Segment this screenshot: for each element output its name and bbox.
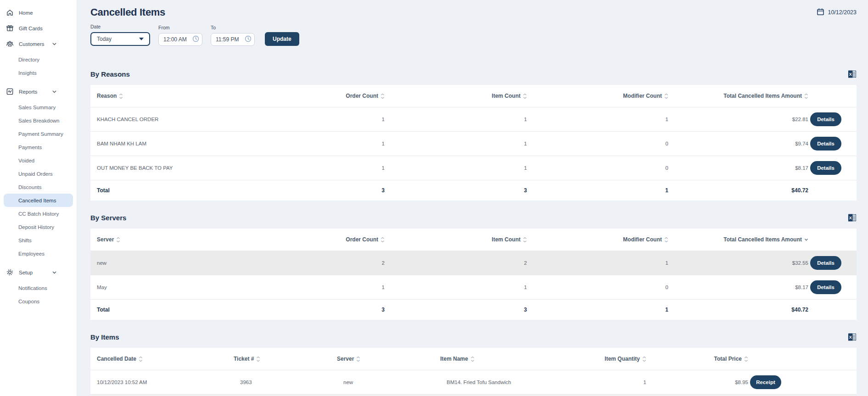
- home-icon: [6, 9, 14, 17]
- sort-icon: [523, 93, 527, 99]
- order-count-cell: 1: [256, 284, 386, 290]
- svg-text:X: X: [849, 216, 852, 220]
- modifier-count-cell: 0: [529, 284, 670, 290]
- column-header-label: Item Quantity: [605, 356, 640, 362]
- column-header-item-name[interactable]: Item Name: [440, 356, 546, 362]
- from-label: From: [158, 25, 202, 30]
- column-header-label: Item Count: [492, 236, 521, 243]
- sidebar-item-label: CC Batch History: [18, 211, 59, 217]
- excel-export-icon[interactable]: X: [848, 70, 857, 78]
- sidebar-item-label: Reports: [19, 89, 37, 95]
- report-date-picker[interactable]: 10/12/2023: [817, 8, 857, 17]
- sort-icon: [804, 93, 808, 99]
- sidebar-item-label: Voided: [18, 158, 34, 163]
- sidebar-item-directory[interactable]: Directory: [4, 53, 73, 66]
- by-reasons-title: By Reasons: [90, 70, 130, 78]
- receipt-button[interactable]: Receipt: [750, 375, 781, 389]
- column-header-order-count[interactable]: Order Count: [256, 93, 386, 99]
- item-count-cell: 2: [386, 260, 529, 266]
- sidebar-item-label: Deposit History: [18, 224, 54, 230]
- details-button[interactable]: Details: [810, 161, 841, 175]
- sidebar-item-home[interactable]: Home: [4, 6, 73, 19]
- sidebar-item-sales-breakdown[interactable]: Sales Breakdown: [4, 114, 73, 127]
- sidebar-item-sales-summary[interactable]: Sales Summary: [4, 100, 73, 114]
- column-header-total-amount-sorted[interactable]: Total Cancelled Items Amount: [670, 236, 810, 243]
- details-button[interactable]: Details: [810, 256, 841, 270]
- sidebar-item-customers[interactable]: Customers: [4, 37, 73, 50]
- sort-icon: [664, 237, 668, 243]
- report-date-value: 10/12/2023: [828, 9, 857, 16]
- sidebar-item-discounts[interactable]: Discounts: [4, 180, 73, 194]
- from-time-input[interactable]: [163, 36, 190, 43]
- details-button[interactable]: Details: [810, 280, 841, 294]
- details-button[interactable]: Details: [810, 112, 841, 126]
- column-header-item-count[interactable]: Item Count: [386, 236, 529, 243]
- column-header-modifier-count[interactable]: Modifier Count: [529, 93, 670, 99]
- sidebar-item-label: Sales Summary: [18, 105, 56, 110]
- sort-icon: [381, 237, 385, 243]
- sidebar: Home Gift Cards Customers Directory Insi…: [0, 0, 77, 396]
- excel-export-icon[interactable]: X: [848, 213, 857, 222]
- modifier-count-cell: 1: [529, 117, 670, 122]
- modifier-count-cell: 0: [529, 165, 670, 171]
- sidebar-item-payment-summary[interactable]: Payment Summary: [4, 127, 73, 140]
- total-modifier-count: 1: [529, 307, 670, 313]
- column-header-server[interactable]: Server: [90, 236, 256, 243]
- sidebar-item-notifications[interactable]: Notifications: [4, 281, 73, 295]
- column-header-cancelled-date[interactable]: Cancelled Date: [90, 356, 234, 362]
- total-order-count: 3: [256, 187, 386, 194]
- to-time-field[interactable]: [211, 33, 255, 46]
- column-header-modifier-count[interactable]: Modifier Count: [529, 236, 670, 243]
- sidebar-item-payments[interactable]: Payments: [4, 140, 73, 154]
- sidebar-item-unpaid-orders[interactable]: Unpaid Orders: [4, 167, 73, 180]
- sort-icon: [356, 356, 360, 362]
- date-range-select[interactable]: Today: [90, 32, 150, 46]
- column-header-item-quantity[interactable]: Item Quantity: [546, 356, 648, 362]
- sort-icon: [642, 356, 646, 362]
- column-header-reason[interactable]: Reason: [90, 93, 256, 99]
- column-header-item-count[interactable]: Item Count: [386, 93, 529, 99]
- sidebar-item-gift-cards[interactable]: Gift Cards: [4, 22, 73, 35]
- sidebar-item-coupons[interactable]: Coupons: [4, 295, 73, 308]
- column-header-order-count[interactable]: Order Count: [256, 236, 386, 243]
- chevron-down-icon: [52, 90, 56, 93]
- sidebar-item-shifts[interactable]: Shifts: [4, 234, 73, 247]
- by-items-title: By Items: [90, 333, 119, 341]
- column-header-label: Server: [97, 236, 114, 243]
- reason-cell: KHACH CANCEL ORDER: [90, 117, 256, 122]
- column-header-label: Total Price: [714, 356, 742, 362]
- sidebar-item-cancelled-items[interactable]: Cancelled Items: [4, 194, 73, 207]
- column-header-total-amount[interactable]: Total Cancelled Items Amount: [670, 93, 810, 99]
- sidebar-item-label: Setup: [19, 270, 33, 275]
- table-row: KHACH CANCEL ORDER 1 1 1 $22.81 Details: [90, 107, 857, 131]
- from-time-field[interactable]: [158, 33, 202, 46]
- chevron-down-icon: [52, 43, 56, 45]
- order-count-cell: 1: [256, 117, 386, 122]
- update-button[interactable]: Update: [265, 32, 299, 46]
- amount-cell: $8.17: [670, 284, 810, 290]
- sidebar-item-voided[interactable]: Voided: [4, 154, 73, 167]
- gift-icon: [6, 24, 14, 32]
- to-time-input[interactable]: [216, 36, 242, 43]
- column-header-label: Order Count: [346, 236, 378, 243]
- total-amount: $40.72: [670, 187, 810, 194]
- details-button[interactable]: Details: [810, 137, 841, 151]
- column-header-ticket[interactable]: Ticket #: [234, 356, 337, 362]
- sidebar-item-label: Payment Summary: [18, 131, 63, 137]
- column-header-server[interactable]: Server: [337, 356, 440, 362]
- sidebar-item-label: Shifts: [18, 238, 32, 243]
- sidebar-item-label: Coupons: [18, 299, 39, 304]
- column-header-total-price[interactable]: Total Price: [648, 356, 750, 362]
- server-cell: May: [90, 284, 256, 290]
- sidebar-item-setup[interactable]: Setup: [4, 266, 73, 279]
- clock-icon: [245, 35, 252, 44]
- excel-export-icon[interactable]: X: [848, 333, 857, 341]
- sidebar-item-cc-batch-history[interactable]: CC Batch History: [4, 207, 73, 220]
- total-label: Total: [90, 307, 256, 313]
- cancelled-date-cell: 10/12/2023 10:52 AM: [90, 379, 234, 385]
- sidebar-item-insights[interactable]: Insights: [4, 66, 73, 79]
- sidebar-item-deposit-history[interactable]: Deposit History: [4, 220, 73, 234]
- total-item-count: 3: [386, 307, 529, 313]
- sidebar-item-employees[interactable]: Employees: [4, 247, 73, 260]
- sidebar-item-reports[interactable]: Reports: [4, 85, 73, 98]
